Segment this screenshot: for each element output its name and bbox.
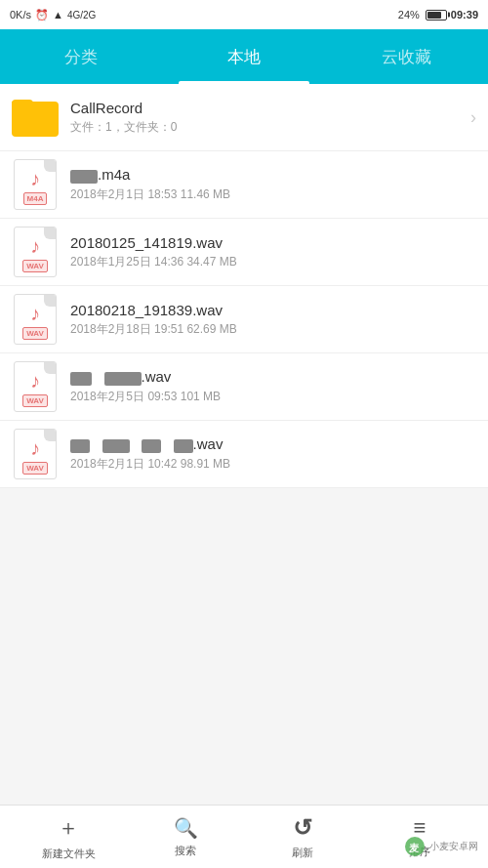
watermark-logo: 麦 bbox=[403, 835, 427, 858]
refresh-label: 刷新 bbox=[292, 846, 313, 860]
list-item[interactable]: CallRecord 文件：1，文件夹：0 › bbox=[0, 84, 488, 151]
file-info-wav4: .wav 2018年2月1日 10:42 98.91 MB bbox=[70, 435, 476, 472]
tab-cloud[interactable]: 云收藏 bbox=[325, 29, 488, 84]
audio-icon-wav3: ♪ WAV bbox=[12, 363, 59, 410]
music-note-icon: ♪ bbox=[30, 168, 40, 190]
refresh-icon: ↺ bbox=[293, 814, 312, 842]
folder-icon-callrecord bbox=[12, 94, 59, 141]
refresh-button[interactable]: ↺ 刷新 bbox=[244, 814, 361, 860]
wifi-icon: ▲ bbox=[53, 9, 63, 21]
audio-icon-wav4: ♪ WAV bbox=[12, 431, 59, 477]
music-note-icon: ♪ bbox=[30, 235, 40, 258]
music-note-icon: ♪ bbox=[30, 370, 40, 393]
arrow-icon: › bbox=[470, 107, 476, 128]
file-meta-wav1: 2018年1月25日 14:36 34.47 MB bbox=[70, 254, 476, 270]
clock-icon: ⏰ bbox=[35, 9, 49, 21]
censored-block bbox=[174, 439, 193, 453]
search-button[interactable]: 🔍 搜索 bbox=[127, 816, 244, 858]
censored-block bbox=[102, 439, 130, 453]
file-meta-m4a: 2018年2月1日 18:53 11.46 MB bbox=[70, 186, 476, 203]
svg-text:麦: 麦 bbox=[409, 843, 420, 853]
top-nav: 分类 本地 云收藏 bbox=[0, 29, 488, 84]
list-item[interactable]: ♪ WAV 20180218_191839.wav 2018年2月18日 19:… bbox=[0, 286, 488, 353]
file-name-wav2: 20180218_191839.wav bbox=[70, 302, 476, 318]
file-meta-wav2: 2018年2月18日 19:51 62.69 MB bbox=[70, 321, 476, 338]
watermark: 麦 小麦安卓网 bbox=[403, 835, 478, 858]
bottom-bar: ＋ 新建文件夹 🔍 搜索 ↺ 刷新 ≡ 排序 麦 小麦安卓网 bbox=[0, 805, 488, 868]
file-meta-wav4: 2018年2月1日 10:42 98.91 MB bbox=[70, 456, 476, 473]
list-item[interactable]: ♪ M4A .m4a 2018年2月1日 18:53 11.46 MB bbox=[0, 151, 488, 219]
new-folder-button[interactable]: ＋ 新建文件夹 bbox=[10, 813, 127, 861]
censored-block bbox=[70, 372, 92, 386]
file-list: CallRecord 文件：1，文件夹：0 › ♪ M4A .m4a 2018年… bbox=[0, 84, 488, 488]
music-note-icon: ♪ bbox=[30, 303, 40, 325]
time: 09:39 bbox=[451, 9, 478, 21]
censored-block bbox=[70, 439, 90, 453]
search-icon: 🔍 bbox=[174, 816, 198, 840]
file-info-wav2: 20180218_191839.wav 2018年2月18日 19:51 62.… bbox=[70, 302, 476, 338]
censored-block bbox=[142, 439, 161, 453]
watermark-text: 小麦安卓网 bbox=[429, 840, 478, 853]
battery-pct: 24% bbox=[398, 9, 420, 21]
list-item[interactable]: ♪ WAV 20180125_141819.wav 2018年1月25日 14:… bbox=[0, 219, 488, 286]
tab-category[interactable]: 分类 bbox=[0, 29, 163, 84]
list-item[interactable]: ♪ WAV .wav 2018年2月1日 10:42 98.91 MB bbox=[0, 421, 488, 488]
list-item[interactable]: ♪ WAV .wav 2018年2月5日 09:53 101 MB bbox=[0, 353, 488, 421]
file-name-m4a: .m4a bbox=[70, 166, 476, 183]
audio-icon-wav1: ♪ WAV bbox=[12, 228, 59, 275]
status-right: 24% 09:39 bbox=[398, 9, 478, 21]
plus-icon: ＋ bbox=[58, 813, 79, 843]
audio-icon-m4a: ♪ M4A bbox=[12, 161, 59, 208]
file-name-callrecord: CallRecord bbox=[70, 100, 463, 116]
signal-icon: 4G/2G bbox=[67, 10, 96, 21]
file-info-wav1: 20180125_141819.wav 2018年1月25日 14:36 34.… bbox=[70, 234, 476, 270]
file-meta-wav3: 2018年2月5日 09:53 101 MB bbox=[70, 389, 476, 405]
status-bar: 0K/s ⏰ ▲ 4G/2G 24% 09:39 bbox=[0, 0, 488, 29]
file-info-m4a: .m4a 2018年2月1日 18:53 11.46 MB bbox=[70, 166, 476, 202]
network-speed: 0K/s bbox=[10, 9, 31, 21]
audio-icon-wav2: ♪ WAV bbox=[12, 296, 59, 343]
battery-icon bbox=[426, 10, 447, 21]
tab-local[interactable]: 本地 bbox=[163, 29, 326, 84]
status-left: 0K/s ⏰ ▲ 4G/2G bbox=[10, 9, 96, 21]
new-folder-label: 新建文件夹 bbox=[42, 847, 96, 861]
content-area: CallRecord 文件：1，文件夹：0 › ♪ M4A .m4a 2018年… bbox=[0, 84, 488, 805]
file-name-wav4: .wav bbox=[70, 435, 476, 452]
search-label: 搜索 bbox=[175, 844, 196, 858]
file-name-wav1: 20180125_141819.wav bbox=[70, 234, 476, 251]
censored-block bbox=[104, 372, 142, 386]
file-name-wav3: .wav bbox=[70, 368, 476, 385]
censored-block bbox=[70, 170, 98, 184]
file-info-callrecord: CallRecord 文件：1，文件夹：0 bbox=[70, 100, 463, 136]
file-meta-callrecord: 文件：1，文件夹：0 bbox=[70, 119, 463, 136]
music-note-icon: ♪ bbox=[30, 437, 40, 460]
file-info-wav3: .wav 2018年2月5日 09:53 101 MB bbox=[70, 368, 476, 404]
